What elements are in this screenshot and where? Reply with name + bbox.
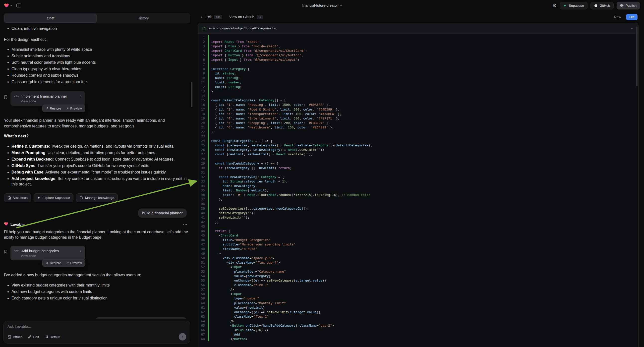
code-line: 58 <Input	[198, 292, 638, 296]
bullet-item: Glass-morphic elements for a premium fee…	[12, 79, 188, 85]
preview-button[interactable]: ↗Preview	[64, 106, 84, 111]
line-number: 40	[198, 211, 208, 215]
line-number: 42	[198, 220, 208, 224]
line-number: 31	[198, 170, 208, 175]
code-line: 51 <div className="flex gap-4">	[198, 260, 638, 265]
mode-selector[interactable]: Default	[44, 335, 60, 339]
message-menu-button[interactable]: ⋯	[183, 222, 187, 227]
view-code-link[interactable]: View code	[21, 254, 82, 258]
view-on-github-link[interactable]: View on GitHub G	[229, 15, 263, 19]
settings-button[interactable]: ⚙	[552, 3, 557, 8]
code-text: Add	[209, 332, 240, 337]
send-button[interactable]: ↑	[179, 333, 186, 340]
line-number: 25	[198, 143, 208, 148]
bullet-item: Soft, neutral color palette with light b…	[12, 60, 188, 65]
user-message-bubble: build a financial planner	[138, 208, 187, 218]
code-lines: 12import React from 'react';3import { Pl…	[198, 34, 638, 347]
line-number: 21	[198, 125, 208, 130]
line-number: 53	[198, 269, 208, 274]
supabase-icon	[563, 4, 567, 8]
code-line: 2import React from 'react';	[198, 40, 638, 44]
chevron-down-icon	[10, 4, 12, 7]
pencil-icon	[28, 335, 31, 338]
chat-paragraph: What's next?	[4, 134, 188, 139]
lovable-logo-button[interactable]	[4, 3, 12, 8]
edit-button[interactable]: Edit	[28, 335, 39, 339]
line-number: 24	[198, 139, 208, 143]
line-number: 30	[198, 166, 208, 170]
supabase-chip-button[interactable]: Explore Supabase	[34, 194, 74, 202]
code-line: 55 onChange={(e) => setNewCategory(e.tar…	[198, 278, 638, 283]
code-line: 47 subtitle="Manage your spending limits…	[198, 242, 638, 247]
code-line: 34 name: newCategory,	[198, 184, 638, 188]
restore-icon: ↺	[46, 106, 48, 110]
line-number: 32	[198, 175, 208, 179]
code-text: placeholder="Monthly limit"	[209, 301, 286, 306]
chevron-left-icon	[200, 16, 204, 19]
file-header[interactable]: src/components/budget/BudgetCategories.t…	[198, 23, 638, 34]
restore-button[interactable]: ↺Restore	[43, 106, 63, 111]
code-line: 40 setNewCategory('');	[198, 211, 638, 215]
publish-button[interactable]: Publish	[616, 2, 640, 10]
line-number: 37	[198, 197, 208, 202]
tab-chat[interactable]: Chat	[4, 14, 97, 23]
chat-input[interactable]: Ask Lovable...	[8, 324, 186, 328]
card-actions-toolbar: ↺Restore↗Preview	[42, 259, 85, 267]
code-text: className="flex-1"	[209, 283, 268, 287]
chevron-right-icon: ›	[80, 94, 82, 98]
code-text: id: String(categories.length + 1),	[209, 179, 288, 184]
code-line: 60 placeholder="Monthly limit"	[198, 301, 638, 306]
line-number: 47	[198, 242, 208, 247]
chat-scrollbar-thumb[interactable]	[191, 82, 192, 107]
exit-label: Exit	[206, 15, 212, 19]
view-code-link[interactable]: View code	[21, 99, 82, 103]
code-line: 44 return (	[198, 229, 638, 233]
line-number: 20	[198, 121, 208, 125]
preview-button[interactable]: ↗Preview	[64, 260, 84, 266]
attach-button[interactable]: Attach	[8, 335, 22, 339]
diff-toggle[interactable]: Diff	[626, 14, 638, 20]
line-number: 56	[198, 283, 208, 287]
code-line: 13}	[198, 89, 638, 94]
code-line: 18 { id: '3', name: 'Transportation', li…	[198, 112, 638, 116]
bullet-item: Each category gets a unique color for vi…	[12, 296, 188, 301]
supabase-button[interactable]: Supabase	[560, 2, 588, 10]
collapse-file-button[interactable]	[630, 27, 634, 30]
code-text: const [newLimit, setNewLimit] = React.us…	[209, 152, 313, 156]
chevron-down-icon	[340, 4, 342, 7]
bullet-item: Debug with Ease: Activate our experiment…	[12, 170, 188, 175]
code-scrollbar-thumb[interactable]	[636, 27, 638, 86]
code-text	[209, 35, 211, 40]
heart-icon	[4, 3, 9, 8]
docs-chip-button[interactable]: Visit docs	[4, 194, 31, 202]
raw-toggle[interactable]: Raw	[614, 15, 621, 19]
code-text: type="number"	[209, 296, 259, 301]
project-switcher[interactable]: financial-future-creator	[302, 4, 342, 8]
tool-card[interactable]: </>Implement financial planner›View code	[10, 91, 85, 106]
bullet-list: Minimalist interface with plenty of whit…	[4, 47, 188, 86]
code-text: <div className="flex gap-4">	[209, 260, 280, 265]
code-line: 9 id: string;	[198, 71, 638, 76]
supabase-label: Supabase	[569, 4, 584, 8]
code-line: 59 type="number"	[198, 296, 638, 301]
github-button[interactable]: GitHub	[590, 2, 614, 10]
code-line: 1	[198, 35, 638, 40]
code-text: import { Input } from '@/components/ui/i…	[209, 58, 299, 62]
line-number: 7	[198, 62, 208, 67]
exit-button[interactable]: Exit esc	[200, 15, 222, 19]
code-line: 12 color: string;	[198, 85, 638, 89]
toggle-sidebar-button[interactable]	[16, 4, 21, 8]
code-line: 56 className="flex-1"	[198, 283, 638, 287]
code-text: setNewLimit('');	[209, 215, 250, 220]
line-number: 16	[198, 102, 208, 107]
tab-history[interactable]: History	[97, 14, 190, 23]
code-text: placeholder="Category name"	[209, 269, 286, 274]
code-line: 6import { Input } from '@/components/ui/…	[198, 58, 638, 62]
tool-card[interactable]: </>Add budget categories›View code	[10, 246, 85, 260]
knowledge-chip-button[interactable]: Manage knowledge	[76, 194, 118, 202]
bullet-item: View existing budget categories with the…	[12, 282, 188, 288]
restore-button[interactable]: ↺Restore	[43, 260, 63, 266]
tool-card-title: Implement financial planner	[22, 94, 67, 98]
bullet-item: Clean typography with clear hierarchies	[12, 66, 188, 72]
code-line: 21 { id: '6', name: 'Healthcare', limit:…	[198, 125, 638, 130]
